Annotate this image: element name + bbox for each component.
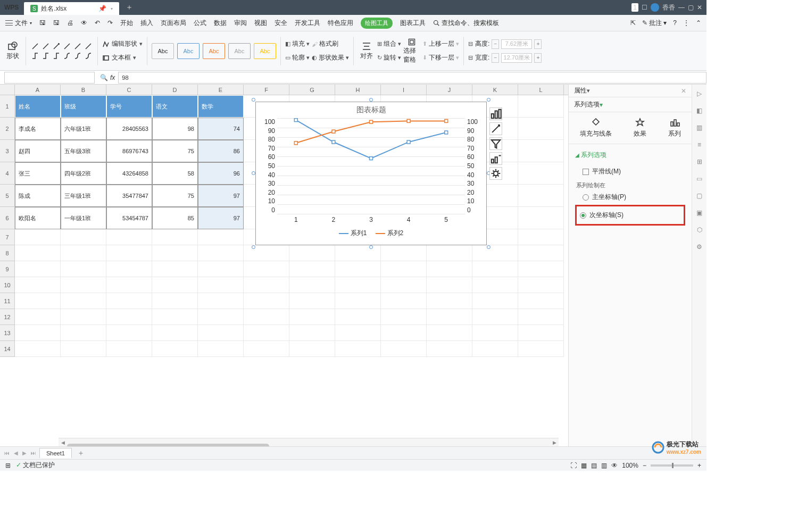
empty-cell[interactable] xyxy=(381,245,427,261)
empty-cell[interactable] xyxy=(335,245,381,261)
empty-cell[interactable] xyxy=(335,309,381,325)
empty-cell[interactable] xyxy=(518,245,564,261)
empty-cell[interactable] xyxy=(427,277,472,293)
panel-close-button[interactable]: ✕ xyxy=(681,87,686,95)
table-header[interactable]: 语文 xyxy=(152,95,198,118)
width-input[interactable] xyxy=(501,53,532,63)
status-icon[interactable]: ⊞ xyxy=(5,462,11,469)
selection-pane-button[interactable]: 选择窗格 xyxy=(403,38,420,64)
panel-tab-series-options[interactable]: 系列选项 ▾ xyxy=(569,97,692,112)
empty-cell[interactable] xyxy=(472,325,518,341)
table-cell[interactable]: 85 xyxy=(152,207,198,229)
table-cell[interactable]: 一年级1班 xyxy=(61,207,106,229)
empty-cell[interactable] xyxy=(61,261,106,277)
sheet-nav-next[interactable]: ▶ xyxy=(21,450,28,456)
empty-cell[interactable] xyxy=(198,293,244,309)
empty-cell[interactable] xyxy=(15,261,61,277)
command-search[interactable]: 查找命令、搜索模板 xyxy=(433,19,499,28)
empty-cell[interactable] xyxy=(61,245,106,261)
empty-cell[interactable] xyxy=(106,325,152,341)
add-sheet-button[interactable]: ＋ xyxy=(74,448,88,458)
col-header[interactable]: H xyxy=(335,85,381,95)
menu-dev[interactable]: 开发工具 xyxy=(295,19,320,28)
col-header[interactable]: B xyxy=(61,85,106,95)
table-cell[interactable]: 陈成 xyxy=(15,185,61,207)
sheet-nav-first[interactable]: ⏮ xyxy=(3,450,11,456)
col-header[interactable]: D xyxy=(152,85,198,95)
empty-cell[interactable] xyxy=(381,277,427,293)
empty-cell[interactable] xyxy=(152,325,198,341)
scroll-left-button[interactable]: ◀ xyxy=(59,439,67,446)
empty-cell[interactable] xyxy=(472,261,518,277)
menu-drawing[interactable]: 绘图工具 xyxy=(361,18,393,29)
menu-review[interactable]: 审阅 xyxy=(234,19,247,28)
select-all-corner[interactable] xyxy=(0,85,15,95)
chart-plot-area[interactable]: 1009080706050403020100 10090807060504030… xyxy=(277,118,465,214)
empty-cell[interactable] xyxy=(289,293,335,309)
menu-view[interactable]: 视图 xyxy=(254,19,267,28)
empty-cell[interactable] xyxy=(472,245,518,261)
tab-dropdown-icon[interactable]: ▾ xyxy=(111,6,113,11)
empty-cell[interactable] xyxy=(472,309,518,325)
shape-effect-button[interactable]: ◐ 形状效果 ▾ xyxy=(312,53,349,63)
empty-cell[interactable] xyxy=(244,261,289,277)
align-button[interactable]: 对齐 xyxy=(358,38,375,64)
undo-icon[interactable]: ↶ xyxy=(95,19,100,27)
empty-cell[interactable] xyxy=(61,229,106,245)
table-header[interactable]: 数学 xyxy=(198,95,244,118)
table-cell[interactable]: 75 xyxy=(152,140,198,162)
print-icon[interactable]: 🖨 xyxy=(67,19,73,27)
empty-cell[interactable] xyxy=(15,229,61,245)
table-cell[interactable]: 张三 xyxy=(15,162,61,185)
empty-cell[interactable] xyxy=(427,261,472,277)
style-abc-5[interactable]: Abc xyxy=(254,43,276,59)
empty-cell[interactable] xyxy=(198,261,244,277)
chart-settings-button[interactable] xyxy=(489,167,502,180)
menu-start[interactable]: 开始 xyxy=(120,19,133,28)
line-shapes[interactable] xyxy=(30,42,93,60)
empty-cell[interactable] xyxy=(15,325,61,341)
empty-cell[interactable] xyxy=(518,341,564,357)
table-cell[interactable]: 赵四 xyxy=(15,140,61,162)
empty-cell[interactable] xyxy=(152,277,198,293)
section-series-options[interactable]: 系列选项 xyxy=(575,151,685,160)
sheet-area[interactable]: A B C D E F G H I J K L 1姓名班级学号语文数学2李成名六… xyxy=(0,85,568,446)
empty-cell[interactable] xyxy=(106,261,152,277)
empty-cell[interactable] xyxy=(381,309,427,325)
empty-cell[interactable] xyxy=(518,162,564,185)
outline-button[interactable]: ▭ 轮廓 ▾ xyxy=(285,53,310,63)
save-as-icon[interactable]: 🖫 xyxy=(53,19,60,27)
empty-cell[interactable] xyxy=(472,277,518,293)
style-abc-1[interactable]: Abc xyxy=(152,43,174,59)
table-header[interactable]: 姓名 xyxy=(15,95,61,118)
smooth-line-checkbox[interactable]: 平滑线(M) xyxy=(575,165,685,178)
empty-cell[interactable] xyxy=(289,277,335,293)
empty-cell[interactable] xyxy=(381,341,427,357)
empty-cell[interactable] xyxy=(244,309,289,325)
table-cell[interactable]: 欧阳名 xyxy=(15,207,61,229)
shape-styles[interactable]: Abc Abc Abc Abc Abc xyxy=(152,43,276,59)
empty-cell[interactable] xyxy=(106,245,152,261)
table-header[interactable]: 学号 xyxy=(106,95,152,118)
menu-insert[interactable]: 插入 xyxy=(140,19,153,28)
table-cell[interactable]: 35477847 xyxy=(106,185,152,207)
empty-cell[interactable] xyxy=(244,325,289,341)
empty-cell[interactable] xyxy=(152,309,198,325)
cursor-icon[interactable]: ▷ xyxy=(695,89,704,98)
empty-cell[interactable] xyxy=(518,277,564,293)
empty-cell[interactable] xyxy=(289,309,335,325)
tab-pin-icon[interactable]: 📌 xyxy=(98,5,106,12)
empty-cell[interactable] xyxy=(427,245,472,261)
image-icon[interactable]: ▣ xyxy=(695,208,704,218)
table-cell[interactable]: 96 xyxy=(198,162,244,185)
table-cell[interactable]: 28405563 xyxy=(106,118,152,140)
empty-cell[interactable] xyxy=(289,325,335,341)
height-control[interactable]: ⊟ 高度:−+ xyxy=(468,39,542,49)
save-icon[interactable]: 🖫 xyxy=(39,19,46,27)
empty-cell[interactable] xyxy=(152,293,198,309)
empty-cell[interactable] xyxy=(198,341,244,357)
secondary-axis-radio[interactable]: 次坐标轴(S) xyxy=(580,209,680,222)
table-cell[interactable]: 74 xyxy=(198,118,244,140)
empty-cell[interactable] xyxy=(15,341,61,357)
table-cell[interactable]: 75 xyxy=(152,185,198,207)
